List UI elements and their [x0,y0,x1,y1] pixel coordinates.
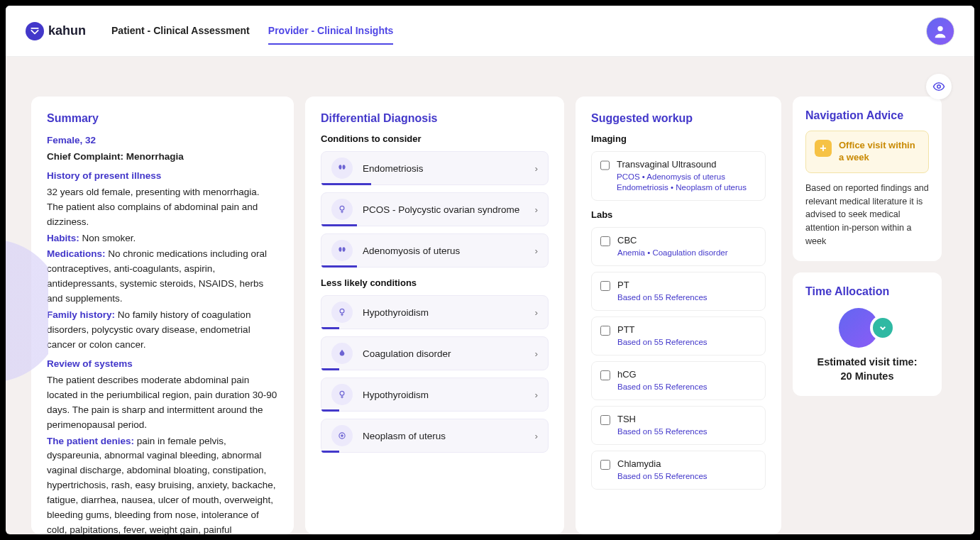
workup-sub: Based on 55 References [617,471,708,482]
workup-name: Chlamydia [617,458,708,469]
workup-checkbox[interactable] [600,370,610,380]
denies-label: The patient denies: [47,436,134,446]
logo-mark-icon [26,22,44,40]
chief-complaint-value: Menorrhagia [126,151,184,162]
brand-logo[interactable]: kahun [26,22,86,40]
workup-sub: Based on 55 References [617,337,708,348]
hpi-text: 32 years old female, presenting with men… [47,185,278,230]
workup-name: PT [617,280,708,290]
tab-provider-insights[interactable]: Provider - Clinical Insights [268,18,394,45]
workup-name: CBC [617,235,728,246]
workup-item[interactable]: hCG Based on 55 References [591,361,766,400]
workup-sub: Based on 55 References [617,292,708,303]
visibility-toggle-button[interactable] [926,74,952,99]
navigation-advice-card: Navigation Advice + Office visit within … [793,97,942,261]
summary-title: Summary [47,112,278,125]
top-bar: kahun Patient - Clinical Assessment Prov… [6,6,974,57]
svg-point-2 [340,206,344,210]
workup-checkbox[interactable] [600,460,610,470]
chief-complaint-label: Chief Complaint: [47,151,123,162]
workup-checkbox[interactable] [600,281,610,291]
time-illustration [805,308,929,348]
ros-text: The patient describes moderate abdominal… [47,373,278,433]
summary-card: Summary Female, 32 Chief Complaint: Meno… [31,97,294,534]
workup-name: PTT [617,324,708,335]
svg-point-6 [341,435,343,436]
workup-sub: Based on 55 References [617,426,708,437]
estimated-time-value: 20 Minutes [805,369,929,383]
workup-item[interactable]: TSH Based on 55 References [591,406,766,445]
workup-sub: Anemia • Coagulation disorder [617,248,728,258]
labs-label: Labs [591,209,766,220]
chevron-right-icon: › [535,246,539,256]
main-tabs: Patient - Clinical Assessment Provider -… [111,18,393,45]
diagnosis-title: Differential Diagnosis [321,112,549,125]
condition-item[interactable]: Coagulation disorder › [321,336,549,370]
workup-checkbox[interactable] [600,236,610,246]
workup-sub: Based on 55 References [617,382,708,392]
decorative-background [6,219,48,403]
tab-patient-assessment[interactable]: Patient - Clinical Assessment [111,18,250,45]
gender-icon [331,384,353,405]
user-avatar[interactable] [926,17,954,45]
condition-label: Coagulation disorder [363,348,451,359]
chevron-right-icon: › [535,431,539,441]
time-allocation-title: Time Allocation [805,285,929,298]
habits-text: Non smoker. [82,233,136,243]
workup-item[interactable]: CBC Anemia • Coagulation disorder [591,227,766,266]
workup-checkbox[interactable] [600,160,610,170]
workup-title: Suggested workup [591,112,766,125]
condition-item[interactable]: PCOS - Polycystic ovarian syndrome › [321,192,549,226]
workup-name: TSH [617,414,708,424]
ros-label: Review of systems [47,357,278,372]
workup-name: Transvaginal Ultrasound [617,159,756,170]
workup-item[interactable]: PT Based on 55 References [591,272,766,311]
condition-item[interactable]: Adenomyosis of uterus › [321,233,549,268]
svg-point-0 [937,26,942,31]
chevron-right-icon: › [535,390,539,400]
workup-item[interactable]: Chlamydia Based on 55 References [591,451,766,490]
cell-icon [331,425,353,446]
svg-point-3 [340,309,344,313]
suggested-workup-card: Suggested workup Imaging Transvaginal Ul… [576,97,781,534]
less-likely-label: Less likely conditions [321,277,549,288]
condition-item[interactable]: Endometriosis › [321,151,549,185]
habits-label: Habits: [47,233,79,243]
denies-text: pain in female pelvis, dyspareunia, abno… [47,436,275,534]
medications-label: Medications: [47,248,106,259]
navigation-advice-title: Navigation Advice [805,109,929,122]
chevron-right-icon: › [535,204,539,215]
time-allocation-card: Time Allocation Estimated visit time: 20… [793,272,942,397]
estimated-time-label: Estimated visit time: [805,355,929,369]
condition-label: Neoplasm of uterus [363,431,446,441]
chevron-right-icon: › [535,163,539,174]
condition-label: Endometriosis [363,163,424,174]
workup-item[interactable]: PTT Based on 55 References [591,316,766,356]
workup-item[interactable]: Transvaginal Ultrasound PCOS • Adenomysi… [591,151,766,201]
gender-icon [331,199,353,220]
condition-item[interactable]: Hypothyroidism › [321,295,549,329]
workup-checkbox[interactable] [600,326,610,336]
gender-icon [331,302,353,323]
condition-item[interactable]: Hypothyroidism › [321,378,549,412]
advice-callout: + Office visit within a week [805,131,929,173]
condition-label: PCOS - Polycystic ovarian syndrome [363,204,519,215]
workup-sub: PCOS • Adenomysis of uterus Endometriosi… [617,172,756,193]
conditions-consider-label: Conditions to consider [321,133,549,144]
drop-icon [331,343,353,364]
differential-diagnosis-card: Differential Diagnosis Conditions to con… [305,97,564,534]
advice-text: Based on reported findings and relevant … [805,182,929,248]
clock-icon [870,315,896,341]
workup-name: hCG [617,369,708,380]
organ-icon [331,158,353,179]
condition-label: Adenomyosis of uterus [363,246,460,256]
condition-item[interactable]: Neoplasm of uterus › [321,419,549,453]
hpi-label: History of present illness [47,169,278,184]
chevron-right-icon: › [535,307,539,318]
organ-icon [331,240,353,261]
family-history-label: Family history: [47,309,115,320]
plus-icon: + [815,140,832,157]
condition-label: Hypothyroidism [363,307,429,318]
workup-checkbox[interactable] [600,415,610,425]
svg-point-1 [937,85,941,89]
